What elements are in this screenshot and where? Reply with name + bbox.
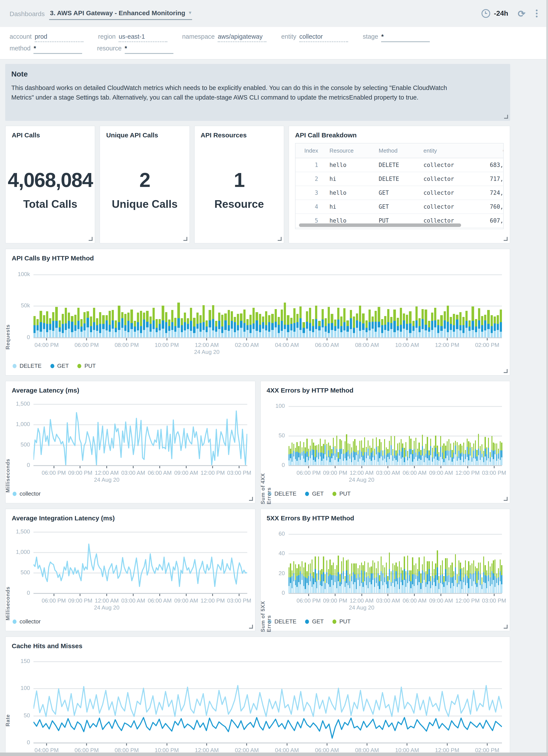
refresh-icon[interactable]: ⟳ [518, 9, 525, 18]
stacked-bar [324, 268, 327, 337]
stacked-bar [442, 400, 443, 465]
resize-handle[interactable] [278, 237, 281, 241]
stacked-bar [468, 400, 469, 465]
table-horizontal-scrollbar[interactable] [299, 223, 461, 227]
stacked-bar [374, 528, 375, 593]
x-tick-label: 12:00 AM [195, 338, 219, 348]
y-tick-label: 0 [267, 589, 285, 596]
filter-account-value[interactable]: prod [35, 33, 83, 42]
chart-panel-api-calls-by-http-method: API Calls By HTTP Method Requests100k50k… [5, 249, 510, 376]
stacked-bar [369, 400, 370, 465]
stacked-bar [140, 268, 142, 337]
resize-handle[interactable] [504, 237, 508, 241]
legend-item-get[interactable]: GET [305, 490, 323, 497]
stacked-bar [316, 528, 317, 593]
chart-panel-cache-hits-and-misses: Cache Hits and Misses Rate15010050004:00… [5, 636, 510, 753]
stacked-bar [303, 400, 304, 465]
filter-method-value[interactable]: * [34, 45, 82, 54]
page-vertical-scrollbar[interactable] [546, 0, 548, 756]
stacked-bar [354, 400, 355, 465]
legend-item-put[interactable]: PUT [332, 490, 351, 497]
time-picker[interactable]: -24h [482, 9, 508, 18]
filter-entity-value[interactable]: collector [299, 33, 348, 42]
legend-item-put[interactable]: PUT [332, 618, 351, 625]
stacked-bar [296, 528, 298, 593]
stacked-bar [368, 528, 369, 593]
x-axis: 06:00 PM09:00 PM12:00 AM24 Aug 2003:00 A… [288, 466, 502, 483]
filter-entity[interactable]: entity collector [281, 33, 348, 42]
stacked-bar [498, 400, 499, 465]
x-tick-label: 03:00 AM [376, 594, 400, 604]
x-tick-label: 03:00 PM [227, 466, 251, 476]
filter-resource[interactable]: resource * [97, 45, 174, 54]
legend-item-get[interactable]: GET [50, 363, 69, 369]
filter-account[interactable]: account prod [10, 33, 83, 42]
stacked-bar [498, 528, 499, 593]
filter-resource-value[interactable]: * [125, 45, 174, 54]
stacked-bar [124, 268, 127, 337]
stacked-bar [344, 400, 345, 465]
filter-namespace-value[interactable]: aws/apigateway [218, 33, 267, 42]
stacked-bar [340, 268, 342, 337]
stacked-bar [363, 528, 364, 593]
stacked-bar [443, 400, 445, 465]
resize-handle[interactable] [504, 625, 508, 629]
stacked-bar [387, 528, 388, 593]
stacked-bar [456, 268, 458, 337]
x-tick-label: 09:00 AM [174, 466, 198, 476]
legend-item-collector[interactable]: collector [13, 618, 41, 625]
y-tick-label: 500 [12, 441, 30, 448]
filter-stage-value[interactable]: * [381, 33, 430, 42]
chart-panel-5xx-errors: 5XX Errors By HTTP Method Sum of 5XX Err… [260, 509, 510, 631]
resize-handle[interactable] [89, 237, 93, 241]
legend-label: GET [312, 490, 323, 497]
filter-region-value[interactable]: us-east-1 [119, 33, 167, 42]
stacked-bar [178, 268, 180, 337]
plot-area: 6040200 [288, 528, 502, 594]
filter-region[interactable]: region us-east-1 [98, 33, 168, 42]
y-tick-label: 1,000 [12, 421, 30, 428]
filter-namespace[interactable]: namespace aws/apigateway [182, 33, 267, 42]
stacked-bar [431, 268, 433, 337]
page-horizontal-scrollbar[interactable] [0, 753, 548, 756]
stacked-bar [181, 268, 183, 337]
filter-method[interactable]: method * [10, 45, 82, 54]
stacked-bar [387, 268, 389, 337]
series-collector [33, 411, 247, 465]
stacked-bar [268, 268, 270, 337]
legend-color-dot [78, 364, 82, 368]
filter-stage[interactable]: stage * [363, 33, 430, 42]
stacked-bar [397, 528, 398, 593]
resize-handle[interactable] [504, 369, 508, 373]
stacked-bar [491, 528, 492, 593]
stacked-bar [331, 528, 332, 593]
api-call-breakdown-panel: API Call Breakdown Index Resource Method… [288, 126, 510, 243]
legend-item-put[interactable]: PUT [78, 363, 96, 369]
resize-handle[interactable] [504, 497, 508, 501]
stacked-bar [409, 268, 411, 337]
stacked-bar [366, 400, 367, 465]
stacked-bar [96, 268, 98, 337]
resize-handle[interactable] [249, 497, 253, 501]
resize-handle[interactable] [183, 237, 187, 241]
legend-item-delete[interactable]: DELETE [13, 363, 42, 369]
stacked-bar [470, 528, 471, 593]
stat-value: 4,068,084 [8, 168, 93, 191]
stacked-bar [432, 400, 433, 465]
resize-handle[interactable] [504, 115, 508, 119]
stacked-bar [228, 268, 230, 337]
legend-item-collector[interactable]: collector [13, 490, 41, 497]
x-tick-sublabel: 24 Aug 20 [94, 604, 120, 611]
legend-label: collector [20, 618, 41, 625]
stacked-bar [349, 268, 352, 337]
stacked-bar [463, 400, 464, 465]
stacked-bar [328, 268, 330, 337]
stacked-bar [306, 528, 308, 593]
legend-item-get[interactable]: GET [305, 618, 323, 625]
stacked-bar [493, 400, 494, 465]
resize-handle[interactable] [249, 625, 253, 629]
x-tick-label: 03:00 AM [121, 594, 145, 604]
kebab-menu-icon[interactable] [535, 9, 538, 18]
stacked-bar [301, 528, 303, 593]
dashboard-selector[interactable]: 3. AWS API Gateway - Enhanced Monitoring… [49, 7, 192, 20]
